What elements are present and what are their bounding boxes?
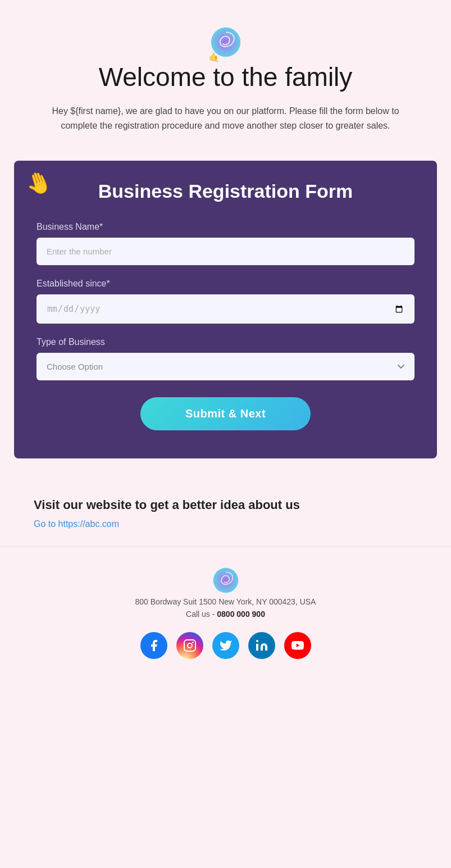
svg-point-2	[213, 568, 238, 593]
business-name-label: Business Name*	[37, 222, 414, 232]
social-icons-container	[11, 632, 440, 659]
form-title: Business Registration Form	[37, 180, 414, 202]
footer-call-prefix: Call us -	[186, 610, 217, 619]
business-name-input[interactable]	[37, 238, 414, 265]
website-link[interactable]: Go to https://abc.com	[34, 519, 119, 529]
svg-rect-6	[256, 644, 258, 651]
footer-section: 800 Bordway Suit 1500 New York, NY 00042…	[0, 546, 451, 681]
instagram-icon[interactable]	[176, 632, 203, 659]
linkedin-icon[interactable]	[248, 632, 275, 659]
svg-point-7	[256, 640, 258, 642]
website-title: Visit our website to get a better idea a…	[34, 498, 417, 512]
date-input-wrapper	[37, 294, 414, 324]
footer-logo-icon	[209, 563, 243, 597]
type-of-business-label: Type of Business	[37, 337, 414, 347]
established-since-input[interactable]	[37, 294, 414, 324]
svg-text:🤙: 🤙	[208, 52, 219, 62]
svg-rect-3	[184, 640, 195, 651]
established-since-label: Established since*	[37, 279, 414, 289]
footer-address: 800 Bordway Suit 1500 New York, NY 00042…	[11, 597, 440, 606]
type-of-business-select[interactable]: Choose Option Retail Wholesale Manufactu…	[37, 353, 414, 380]
footer-call: Call us - 0800 000 900	[11, 610, 440, 619]
business-name-group: Business Name*	[37, 222, 414, 265]
twitter-icon[interactable]	[212, 632, 239, 659]
header-section: 🤙 Welcome to the family Hey ${first name…	[0, 0, 451, 149]
facebook-icon[interactable]	[140, 632, 167, 659]
website-section: Visit our website to get a better idea a…	[0, 470, 451, 546]
youtube-icon[interactable]	[284, 632, 311, 659]
form-section: 🤚 Business Registration Form Business Na…	[14, 161, 437, 458]
svg-point-5	[192, 642, 194, 643]
established-since-group: Established since*	[37, 279, 414, 324]
logo-icon: 🤙	[206, 22, 245, 62]
type-of-business-group: Type of Business Choose Option Retail Wh…	[37, 337, 414, 380]
welcome-subtitle: Hey ${first name}, we are glad to have y…	[46, 104, 406, 133]
svg-point-4	[188, 643, 192, 648]
footer-phone: 0800 000 900	[217, 610, 265, 619]
welcome-title: Welcome to the family	[34, 62, 417, 93]
submit-next-button[interactable]: Submit & Next	[140, 397, 311, 430]
